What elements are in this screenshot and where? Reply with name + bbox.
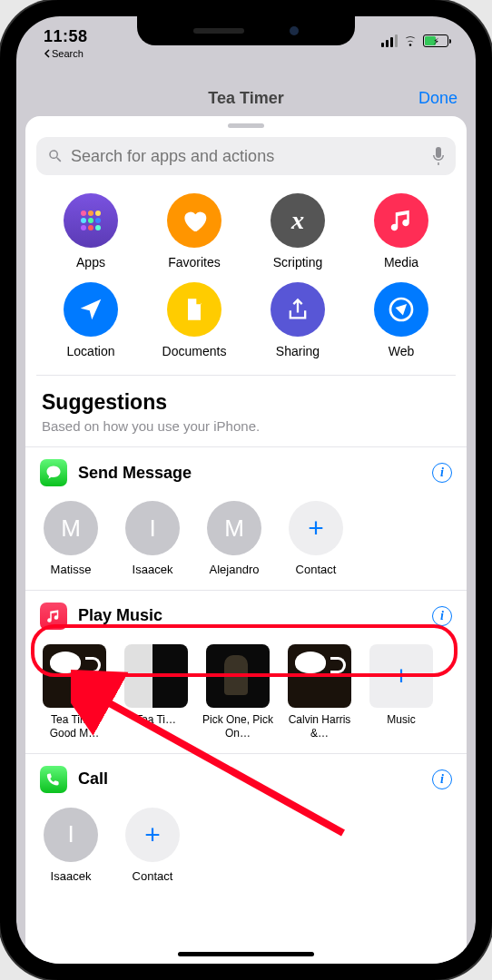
svg-point-3 — [95, 211, 101, 216]
svg-point-5 — [88, 218, 93, 223]
contact-chip[interactable]: IIsaacek — [42, 808, 100, 884]
contact-name: Isaacek — [116, 563, 189, 577]
info-button[interactable]: i — [432, 606, 452, 626]
contact-name: Isaacek — [34, 869, 107, 884]
category-label: Location — [67, 344, 115, 358]
cellular-signal-icon — [381, 34, 398, 47]
contact-name: Matisse — [34, 563, 107, 577]
album-art — [288, 644, 351, 708]
add-music-tile[interactable]: +Music — [369, 644, 434, 740]
suggestions-title: Suggestions — [42, 390, 450, 415]
heart-icon — [167, 193, 221, 248]
svg-point-6 — [95, 218, 101, 223]
contact-chip[interactable]: MMatisse — [42, 501, 100, 577]
share-icon — [271, 282, 325, 337]
category-location[interactable]: Location — [44, 282, 138, 358]
search-icon — [47, 148, 64, 164]
tile-label: Music — [364, 713, 438, 727]
svg-rect-0 — [436, 147, 441, 158]
svg-text:x: x — [290, 206, 304, 234]
category-media[interactable]: Media — [354, 193, 448, 270]
album-tile[interactable]: Calvin Harris &… — [287, 644, 352, 740]
svg-point-9 — [95, 225, 101, 230]
page-title: Tea Timer — [208, 89, 283, 108]
album-tile[interactable]: Tea Time, Good M… — [42, 644, 107, 740]
contact-chip[interactable]: MAlejandro — [205, 501, 263, 577]
section-call: Call i IIsaacek +Contact — [25, 753, 467, 897]
contact-avatar: I — [125, 501, 180, 555]
search-field[interactable] — [36, 137, 456, 175]
section-title[interactable]: Call — [78, 769, 421, 789]
category-label: Favorites — [168, 255, 221, 270]
album-art — [124, 644, 188, 708]
category-label: Scripting — [273, 255, 322, 270]
breadcrumb-label: Search — [52, 48, 84, 59]
section-title[interactable]: Play Music — [78, 606, 421, 625]
sheet-grabber[interactable] — [228, 123, 264, 128]
category-label: Media — [384, 255, 418, 270]
messages-app-icon — [40, 459, 67, 486]
contact-avatar: M — [44, 501, 98, 555]
category-label: Web — [389, 344, 415, 358]
chip-label: Contact — [116, 869, 189, 884]
home-indicator[interactable] — [178, 952, 314, 956]
album-label: Tea Time, Good M… — [37, 713, 112, 740]
svg-point-2 — [88, 211, 93, 216]
apps-icon — [64, 193, 118, 248]
section-send-message: Send Message i MMatisse IIsaacek MAlejan… — [25, 446, 467, 590]
album-art — [206, 644, 270, 708]
category-label: Documents — [162, 344, 227, 358]
album-art — [43, 644, 106, 708]
add-contact-chip[interactable]: +Contact — [123, 808, 182, 884]
location-icon — [64, 282, 118, 337]
action-sheet: Apps Favorites x Scripting Media Locatio… — [25, 116, 467, 964]
search-input[interactable] — [71, 147, 425, 166]
category-apps[interactable]: Apps — [44, 193, 138, 270]
category-web[interactable]: Web — [354, 282, 448, 358]
category-favorites[interactable]: Favorites — [147, 193, 241, 270]
category-scripting[interactable]: x Scripting — [251, 193, 345, 270]
suggestions-subtitle: Based on how you use your iPhone. — [42, 418, 450, 434]
album-label: Calvin Harris &… — [282, 713, 357, 740]
album-label: Pick One, Pick On… — [201, 713, 275, 740]
done-button[interactable]: Done — [418, 89, 458, 108]
contact-avatar: I — [44, 808, 98, 862]
nav-bar: Tea Timer Done — [16, 78, 476, 118]
plus-icon: + — [289, 501, 343, 555]
scripting-icon: x — [271, 193, 325, 248]
info-button[interactable]: i — [432, 769, 452, 789]
plus-icon: + — [369, 644, 433, 708]
plus-icon: + — [125, 808, 180, 862]
music-icon — [374, 193, 428, 248]
section-play-music: Play Music i Tea Time, Good M… Tea Ti… P… — [25, 590, 467, 753]
contact-chip[interactable]: IIsaacek — [123, 501, 182, 577]
svg-point-1 — [81, 211, 86, 216]
suggestions-header: Suggestions Based on how you use your iP… — [25, 376, 467, 446]
album-tile[interactable]: Pick One, Pick On… — [205, 644, 271, 740]
music-app-icon — [40, 603, 67, 630]
battery-icon: ⚡︎ — [423, 34, 448, 47]
album-tile[interactable]: Tea Ti… — [123, 644, 189, 740]
category-label: Sharing — [276, 344, 320, 358]
svg-point-7 — [81, 225, 86, 230]
breadcrumb[interactable]: Search — [44, 48, 88, 59]
svg-point-4 — [81, 218, 86, 223]
category-sharing[interactable]: Sharing — [251, 282, 345, 358]
wifi-icon — [402, 34, 418, 47]
phone-app-icon — [40, 766, 67, 793]
svg-point-8 — [88, 225, 93, 230]
section-title[interactable]: Send Message — [78, 464, 421, 483]
add-contact-chip[interactable]: +Contact — [287, 501, 345, 577]
status-time: 11:58 — [44, 27, 88, 46]
categories-grid: Apps Favorites x Scripting Media Locatio… — [25, 188, 467, 375]
album-label: Tea Ti… — [119, 713, 193, 727]
category-label: Apps — [76, 255, 105, 270]
compass-icon — [374, 282, 428, 337]
contact-name: Alejandro — [198, 563, 271, 577]
info-button[interactable]: i — [432, 463, 452, 483]
document-icon — [167, 282, 221, 337]
category-documents[interactable]: Documents — [147, 282, 241, 358]
contact-avatar: M — [207, 501, 261, 555]
chip-label: Contact — [280, 563, 352, 577]
mic-icon[interactable] — [432, 147, 445, 165]
